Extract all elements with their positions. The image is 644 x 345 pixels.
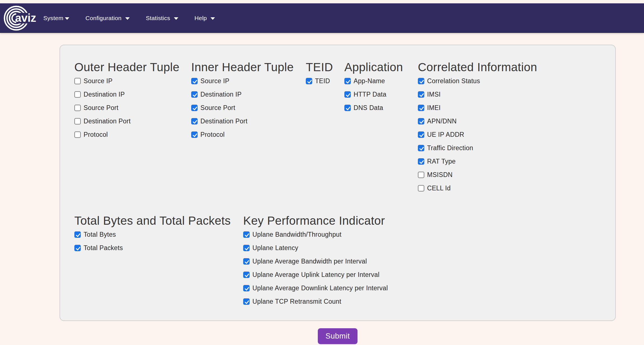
checkbox-protocol[interactable] — [191, 131, 198, 138]
checkbox-imei[interactable] — [418, 105, 424, 111]
checkbox-total-bytes[interactable] — [74, 231, 81, 238]
section-inner-header-tuple: Inner Header Tuple Source IP Destination… — [191, 61, 306, 145]
checkbox-label: Destination IP — [84, 91, 125, 98]
checkbox-total-packets[interactable] — [74, 245, 81, 251]
checkbox-list: Total Bytes Total Packets — [74, 231, 240, 251]
checkbox-item-source-ip[interactable]: Source IP — [74, 78, 188, 84]
checkbox-traffic-direction[interactable] — [418, 145, 424, 151]
nav-item-system[interactable]: System — [43, 15, 69, 21]
checkbox-item-apn-dnn[interactable]: APN/DNN — [418, 118, 611, 124]
checkbox-uplane-average-bandwidth-per-interval[interactable] — [243, 258, 250, 265]
checkbox-imsi[interactable] — [418, 91, 424, 98]
checkbox-item-protocol[interactable]: Protocol — [74, 131, 188, 138]
checkbox-label: DNS Data — [354, 104, 383, 112]
checkbox-item-uplane-average-downlink-latency-per-interval[interactable]: Uplane Average Downlink Latency per Inte… — [243, 285, 576, 291]
section-title: Correlated Information — [418, 61, 611, 74]
checkbox-cell-id[interactable] — [418, 185, 424, 191]
checkbox-label: Traffic Direction — [427, 144, 473, 152]
checkbox-apn-dnn[interactable] — [418, 118, 424, 124]
checkbox-item-imei[interactable]: IMEI — [418, 105, 611, 111]
checkbox-list: Correlation Status IMSI IMEI APN/DNN UE … — [418, 78, 611, 191]
checkbox-item-ue-ip-addr[interactable]: UE IP ADDR — [418, 131, 611, 138]
checkbox-source-port[interactable] — [74, 105, 81, 111]
checkbox-item-destination-port[interactable]: Destination Port — [191, 118, 303, 124]
checkbox-item-source-port[interactable]: Source Port — [191, 105, 303, 111]
checkbox-item-msisdn[interactable]: MSISDN — [418, 172, 611, 178]
checkbox-item-destination-ip[interactable]: Destination IP — [191, 91, 303, 98]
checkbox-dns-data[interactable] — [344, 105, 351, 111]
section-title: Inner Header Tuple — [191, 61, 303, 74]
nav-item-label: System — [43, 15, 63, 21]
checkbox-source-port[interactable] — [191, 105, 198, 111]
checkbox-item-rat-type[interactable]: RAT Type — [418, 158, 611, 165]
checkbox-item-uplane-average-uplink-latency-per-interval[interactable]: Uplane Average Uplink Latency per Interv… — [243, 272, 576, 278]
checkbox-label: Protocol — [84, 131, 108, 138]
checkbox-list: Source IP Destination IP Source Port Des… — [74, 78, 188, 138]
checkbox-destination-port[interactable] — [74, 118, 81, 124]
checkbox-label: Uplane TCP Retransmit Count — [252, 298, 341, 305]
checkbox-label: MSISDN — [427, 171, 453, 179]
checkbox-uplane-tcp-retransmit-count[interactable] — [243, 298, 250, 305]
checkbox-item-total-packets[interactable]: Total Packets — [74, 245, 240, 251]
checkbox-label: Uplane Latency — [252, 244, 298, 252]
checkbox-label: TEID — [315, 77, 330, 85]
checkbox-label: RAT Type — [427, 158, 456, 165]
checkbox-item-uplane-tcp-retransmit-count[interactable]: Uplane TCP Retransmit Count — [243, 298, 576, 305]
section-teid: TEID TEID — [306, 61, 344, 91]
nav-item-configuration[interactable]: Configuration — [86, 15, 130, 21]
checkbox-item-app-name[interactable]: App-Name — [344, 78, 415, 84]
checkbox-destination-ip[interactable] — [191, 91, 198, 98]
checkbox-item-destination-ip[interactable]: Destination IP — [74, 91, 188, 98]
checkbox-item-uplane-bandwidth-throughput[interactable]: Uplane Bandwidth/Throughput — [243, 231, 576, 238]
checkbox-item-total-bytes[interactable]: Total Bytes — [74, 231, 240, 238]
checkbox-correlation-status[interactable] — [418, 78, 424, 84]
nav-item-help[interactable]: Help — [195, 15, 215, 21]
checkbox-uplane-average-downlink-latency-per-interval[interactable] — [243, 285, 250, 291]
checkbox-item-destination-port[interactable]: Destination Port — [74, 118, 188, 124]
section-title: TEID — [306, 61, 342, 74]
checkbox-app-name[interactable] — [344, 78, 351, 84]
chevron-down-icon — [125, 17, 130, 20]
checkbox-item-dns-data[interactable]: DNS Data — [344, 105, 415, 111]
checkbox-item-cell-id[interactable]: CELL Id — [418, 185, 611, 191]
checkbox-list: App-Name HTTP Data DNS Data — [344, 78, 415, 111]
checkbox-list: TEID — [306, 78, 342, 84]
checkbox-item-uplane-latency[interactable]: Uplane Latency — [243, 245, 576, 251]
checkbox-ue-ip-addr[interactable] — [418, 131, 424, 138]
checkbox-label: IMEI — [427, 104, 441, 112]
checkbox-protocol[interactable] — [74, 131, 81, 138]
checkbox-label: Uplane Average Downlink Latency per Inte… — [252, 284, 388, 292]
checkbox-uplane-average-uplink-latency-per-interval[interactable] — [243, 272, 250, 278]
checkbox-item-http-data[interactable]: HTTP Data — [344, 91, 415, 98]
nav-menu: System Configuration Statistics Help — [43, 15, 231, 21]
checkbox-item-traffic-direction[interactable]: Traffic Direction — [418, 145, 611, 151]
checkbox-label: Uplane Bandwidth/Throughput — [252, 231, 342, 238]
checkbox-destination-ip[interactable] — [74, 91, 81, 98]
checkbox-msisdn[interactable] — [418, 172, 424, 178]
checkbox-item-correlation-status[interactable]: Correlation Status — [418, 78, 611, 84]
checkbox-item-source-port[interactable]: Source Port — [74, 105, 188, 111]
checkbox-item-uplane-average-bandwidth-per-interval[interactable]: Uplane Average Bandwidth per Interval — [243, 258, 576, 265]
section-title: Application — [344, 61, 415, 74]
checkbox-destination-port[interactable] — [191, 118, 198, 124]
checkbox-source-ip[interactable] — [191, 78, 198, 84]
checkbox-item-source-ip[interactable]: Source IP — [191, 78, 303, 84]
filters-card: Outer Header Tuple Source IP Destination… — [60, 45, 616, 321]
brand-logo[interactable]: aviz — [3, 5, 39, 32]
section-application: Application App-Name HTTP Data DNS Data — [344, 61, 418, 118]
checkbox-item-protocol[interactable]: Protocol — [191, 131, 303, 138]
checkbox-item-imsi[interactable]: IMSI — [418, 91, 611, 98]
checkbox-list: Uplane Bandwidth/Throughput Uplane Laten… — [243, 231, 576, 305]
checkbox-uplane-latency[interactable] — [243, 245, 250, 251]
nav-item-statistics[interactable]: Statistics — [146, 15, 178, 21]
submit-button[interactable]: Submit — [318, 328, 357, 344]
checkbox-uplane-bandwidth-throughput[interactable] — [243, 231, 250, 238]
checkbox-source-ip[interactable] — [74, 78, 81, 84]
checkbox-http-data[interactable] — [344, 91, 351, 98]
section-correlated-information: Correlated Information Correlation Statu… — [418, 61, 614, 198]
top-navbar: aviz System Configuration Statistics Hel… — [0, 3, 644, 33]
checkbox-teid[interactable] — [306, 78, 312, 84]
checkbox-item-teid[interactable]: TEID — [306, 78, 342, 84]
checkbox-label: Total Bytes — [84, 231, 116, 238]
checkbox-rat-type[interactable] — [418, 158, 424, 165]
